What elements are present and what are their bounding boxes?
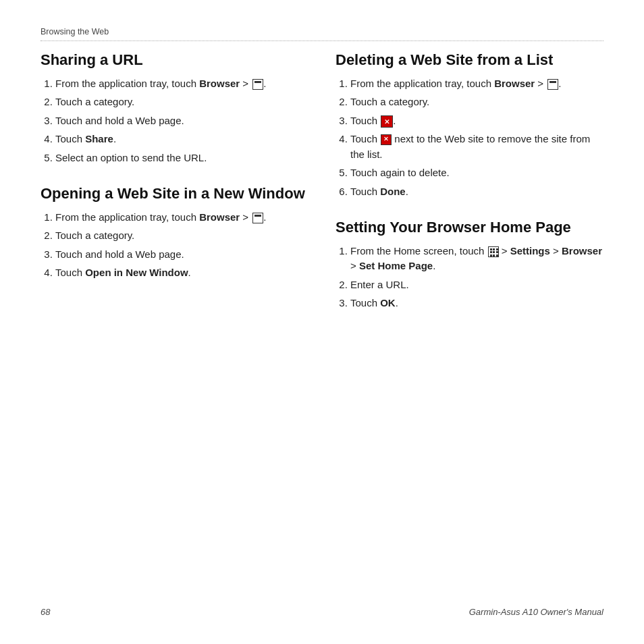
delete-icon-small bbox=[381, 134, 392, 145]
menu-icon bbox=[488, 246, 499, 257]
list-item: Touch OK. bbox=[350, 296, 603, 311]
breadcrumb: Browsing the Web bbox=[41, 27, 603, 36]
browser-icon bbox=[252, 213, 263, 223]
section-sharing-url: Sharing a URL From the application tray,… bbox=[41, 51, 308, 165]
list-item: Touch a category. bbox=[55, 228, 308, 244]
section-title-sharing-url: Sharing a URL bbox=[41, 51, 308, 70]
open-new-window-label: Open in New Window bbox=[85, 267, 188, 278]
steps-sharing-url: From the application tray, touch Browser… bbox=[41, 76, 308, 166]
list-item: From the application tray, touch Browser… bbox=[55, 76, 308, 92]
list-item: Touch again to delete. bbox=[350, 165, 603, 181]
list-item: Touch a category. bbox=[350, 95, 603, 110]
two-column-layout: Sharing a URL From the application tray,… bbox=[41, 51, 603, 600]
share-label: Share bbox=[85, 133, 113, 144]
list-item: Touch Share. bbox=[55, 132, 308, 147]
browser-label: Browser bbox=[199, 211, 240, 223]
steps-deleting-website: From the application tray, touch Browser… bbox=[336, 76, 603, 200]
browser-label: Browser bbox=[494, 78, 535, 89]
list-item: Touch . bbox=[350, 113, 603, 129]
page-number: 68 bbox=[41, 607, 50, 617]
list-item: Touch next to the Web site to remove the… bbox=[350, 132, 603, 162]
list-item: From the Home screen, touch > Settings >… bbox=[350, 244, 603, 274]
done-label: Done bbox=[380, 186, 406, 197]
set-home-page-label: Set Home Page bbox=[359, 260, 433, 271]
list-item: Select an option to send the URL. bbox=[55, 151, 308, 166]
browser-chain-label: Browser bbox=[562, 245, 602, 257]
settings-chain-label: Settings bbox=[510, 245, 550, 257]
browser-icon bbox=[547, 79, 558, 90]
ok-label: OK bbox=[380, 297, 396, 308]
footer: 68 Garmin-Asus A10 Owner's Manual bbox=[41, 600, 603, 617]
list-item: From the application tray, touch Browser… bbox=[350, 76, 603, 92]
browser-label: Browser bbox=[199, 78, 240, 89]
top-divider bbox=[41, 41, 603, 41]
list-item: Touch Done. bbox=[350, 184, 603, 200]
section-title-new-window: Opening a Web Site in a New Window bbox=[41, 184, 308, 203]
browser-icon bbox=[252, 79, 263, 90]
list-item: Enter a URL. bbox=[350, 277, 603, 293]
delete-icon-large bbox=[381, 115, 393, 128]
section-opening-new-window: Opening a Web Site in a New Window From … bbox=[41, 184, 308, 281]
list-item: Touch and hold a Web page. bbox=[55, 247, 308, 263]
list-item: Touch and hold a Web page. bbox=[55, 113, 308, 129]
section-setting-home-page: Setting Your Browser Home Page From the … bbox=[336, 218, 603, 311]
steps-new-window: From the application tray, touch Browser… bbox=[41, 210, 308, 281]
list-item: Touch a category. bbox=[55, 95, 308, 110]
section-deleting-website: Deleting a Web Site from a List From the… bbox=[336, 51, 603, 199]
manual-title: Garmin-Asus A10 Owner's Manual bbox=[469, 607, 603, 617]
left-column: Sharing a URL From the application tray,… bbox=[41, 51, 308, 600]
list-item: From the application tray, touch Browser… bbox=[55, 210, 308, 225]
right-column: Deleting a Web Site from a List From the… bbox=[336, 51, 603, 600]
list-item: Touch Open in New Window. bbox=[55, 265, 308, 281]
section-title-home-page: Setting Your Browser Home Page bbox=[336, 218, 603, 237]
steps-home-page: From the Home screen, touch > Settings >… bbox=[336, 244, 603, 311]
section-title-deleting-website: Deleting a Web Site from a List bbox=[336, 51, 603, 70]
